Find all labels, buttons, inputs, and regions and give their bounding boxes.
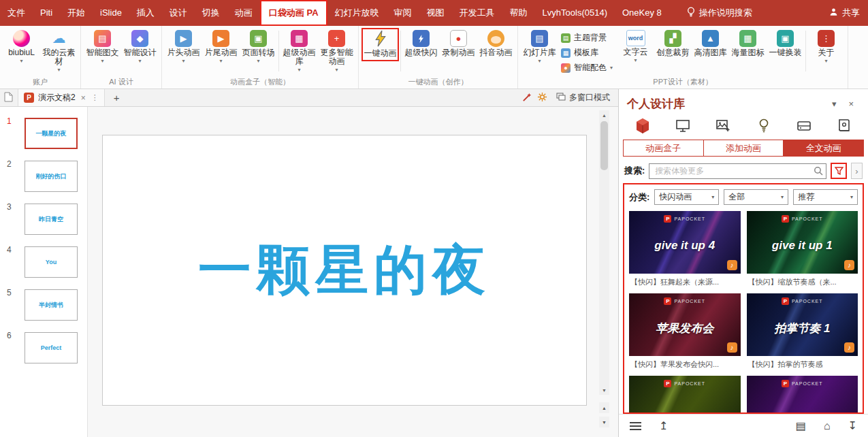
onekey-animation-button[interactable]: 一键动画 — [361, 28, 399, 61]
image-add-icon[interactable] — [714, 118, 732, 134]
new-tab-button[interactable]: + — [110, 92, 124, 103]
theme-background-button[interactable]: ▤ 主题背景 — [561, 32, 613, 44]
menu-tab-onekey[interactable]: OneKey 8 — [615, 0, 669, 26]
slide-thumbnail-2[interactable]: 2 刚好的伤口 — [25, 161, 78, 192]
menu-tab-developer[interactable]: 开发工具 — [452, 0, 502, 26]
panel-close-icon[interactable]: × — [842, 99, 860, 109]
category-select-scope[interactable]: 全部 ▾ — [724, 189, 788, 205]
chevron-down-icon: ▾ — [138, 58, 141, 65]
download-icon[interactable]: ↧ — [848, 421, 857, 432]
slide-thumbnail-6[interactable]: 6 Perfect — [25, 332, 78, 363]
vertical-scrollbar[interactable]: ▲ ▼ — [599, 110, 609, 395]
slide-thumbnail-5[interactable]: 5 半封情书 — [25, 289, 78, 321]
menu-tab-home[interactable]: 开始 — [60, 0, 93, 26]
smart-design-button[interactable]: ◆ 智能设计 ▾ — [121, 28, 159, 65]
slide-thumbnail-3[interactable]: 3 昨日青空 — [25, 204, 78, 235]
search-input[interactable] — [649, 163, 826, 179]
filter-button[interactable] — [831, 163, 847, 179]
scrollbar-thumb[interactable] — [600, 121, 608, 170]
share-button[interactable]: 共享 — [821, 0, 868, 26]
tab-more-icon[interactable]: ⋮ — [91, 93, 99, 102]
previous-slide-button[interactable]: ▲ — [599, 402, 609, 413]
menu-tab-piti[interactable]: Piti — [33, 0, 60, 26]
animation-card-3[interactable]: PPAPOCKET 苹果发布会 ♪ 【快闪】苹果发布会快闪... — [629, 293, 741, 370]
smart-graphics-button[interactable]: ▤ 智能图文 ▾ — [84, 28, 121, 65]
icon-library-button[interactable]: ▦ 海量图标 — [729, 28, 767, 57]
animation-card-1[interactable]: PPAPOCKET give it up 4 ♪ 【快闪】狂舞起来（来源... — [629, 211, 741, 287]
panel-dropdown-icon[interactable]: ▾ — [826, 99, 843, 109]
hd-gallery-button[interactable]: ▲ 高清图库 — [692, 28, 729, 57]
scrollbar-track[interactable] — [599, 120, 609, 385]
animation-card-5[interactable]: PPAPOCKET — [629, 376, 741, 414]
menu-tab-slideshow[interactable]: 幻灯片放映 — [327, 0, 387, 26]
gear-icon[interactable] — [537, 92, 547, 104]
menu-tab-islide[interactable]: iSlide — [93, 0, 129, 26]
douyin-animation-button[interactable]: 抖音动画 — [477, 28, 515, 57]
slide-thumbnail-1[interactable]: 1 一颗星的夜 — [25, 118, 78, 149]
template-library-button[interactable]: ▦ 模板库 — [561, 47, 613, 59]
home-icon[interactable]: ⌂ — [824, 421, 831, 432]
menu-tab-view[interactable]: 视图 — [419, 0, 452, 26]
account-user-button[interactable]: biubiuL ▾ — [3, 28, 40, 65]
animation-card-2[interactable]: PPAPOCKET give it up 1 ♪ 【快闪】缩放节奏感（来... — [747, 211, 858, 287]
creative-crop-button[interactable]: ▞ 创意裁剪 — [654, 28, 692, 57]
menu-tab-insert[interactable]: 插入 — [129, 0, 162, 26]
next-slide-button[interactable]: ▼ — [599, 417, 609, 427]
menu-tab-help[interactable]: 帮助 — [502, 0, 535, 26]
tab-fulltext-animation[interactable]: 全文动画 — [783, 140, 864, 157]
search-icon[interactable] — [814, 166, 823, 178]
tell-me-search[interactable]: 操作说明搜索 — [679, 0, 760, 26]
slide-canvas[interactable]: 一颗星的夜 ▲ ▼ ▲ ▼ — [88, 107, 618, 437]
menu-tab-animations[interactable]: 动画 — [227, 0, 260, 26]
scroll-up-icon[interactable]: ▲ — [599, 110, 609, 120]
super-animation-library-button[interactable]: ▦ 超级动画库 ▾ — [280, 28, 318, 74]
more-smart-animation-button[interactable]: + 更多智能动画 ▾ — [318, 28, 355, 74]
word-cloud-button[interactable]: word 文字云 ▾ — [617, 28, 654, 64]
upload-icon[interactable]: ↥ — [659, 421, 668, 432]
template-library-icon: ▦ — [561, 48, 570, 58]
idea-lightbulb-icon[interactable] — [755, 118, 773, 134]
category-select-type[interactable]: 快闪动画 ▾ — [654, 189, 719, 205]
slideshow-screen-icon[interactable] — [674, 118, 692, 134]
about-button[interactable]: ⋮ 关于 ▾ — [807, 28, 845, 65]
category-select-sort[interactable]: 推荐 ▾ — [793, 189, 858, 205]
onekey-outfit-button[interactable]: ▣ 一键换装 — [767, 28, 804, 57]
slide-library-button[interactable]: ▤ 幻灯片库 ▾ — [521, 28, 558, 65]
storage-drive-icon[interactable] — [795, 118, 813, 134]
close-tab-icon[interactable]: × — [80, 93, 87, 103]
panel-bottom-toolbar: ↥ ▤ ⌂ ↧ — [619, 414, 868, 437]
slide-thumbnail-4[interactable]: 4 You — [25, 246, 78, 278]
record-animation-button[interactable]: ● 录制动画 — [440, 28, 477, 57]
material-stack-icon[interactable]: ▤ — [796, 421, 806, 432]
my-cloud-assets-button[interactable]: ☁ 我的云素材 ▾ — [40, 28, 78, 74]
intro-animation-button[interactable]: ▶ 片头动画 ▾ — [165, 28, 202, 65]
menu-tab-file[interactable]: 文件 — [0, 0, 33, 26]
new-document-icon[interactable] — [4, 92, 13, 104]
menu-tab-pocket-animation[interactable]: 口袋动画 PA — [260, 0, 327, 26]
smart-color-button[interactable]: ● 智能配色 ▾ — [561, 62, 613, 74]
card-caption: 【快闪】苹果发布会快闪... — [629, 356, 741, 370]
super-flash-button[interactable]: 超级快闪 — [402, 28, 440, 57]
record-animation-label: 录制动画 — [443, 48, 475, 57]
lightning-pencil-icon — [373, 30, 388, 49]
document-tab[interactable]: P 演示文稿2 × ⋮ — [18, 89, 105, 106]
page-transition-button[interactable]: ▣ 页面转场 ▾ — [240, 28, 277, 65]
menu-tab-lvyhtools[interactable]: LvyhTools(0514) — [535, 0, 615, 26]
animation-card-4[interactable]: PPAPOCKET 拍掌节奏 1 ♪ 【快闪】拍掌的节奏感 — [747, 293, 858, 370]
expand-filters-button[interactable]: › — [851, 163, 863, 179]
scroll-down-icon[interactable]: ▼ — [599, 385, 609, 395]
menu-tab-review[interactable]: 审阅 — [387, 0, 419, 26]
menu-tab-transitions[interactable]: 切换 — [195, 0, 227, 26]
outro-animation-button[interactable]: ▶ 片尾动画 ▾ — [202, 28, 240, 65]
slide-title-text[interactable]: 一颗星的夜 — [198, 235, 491, 306]
animation-card-6[interactable]: PPAPOCKET — [747, 376, 858, 414]
tab-add-animation[interactable]: 添加动画 — [703, 140, 784, 157]
tab-animation-box[interactable]: 动画盒子 — [623, 140, 704, 157]
menu-icon[interactable] — [630, 422, 641, 430]
magic-wand-icon[interactable] — [522, 92, 532, 104]
help-book-icon[interactable] — [835, 118, 853, 134]
multi-window-mode-button[interactable]: 多窗口模式 — [552, 92, 614, 103]
design-library-cube-icon[interactable] — [634, 118, 652, 134]
current-slide[interactable]: 一颗星的夜 — [102, 135, 587, 406]
menu-tab-design[interactable]: 设计 — [162, 0, 195, 26]
